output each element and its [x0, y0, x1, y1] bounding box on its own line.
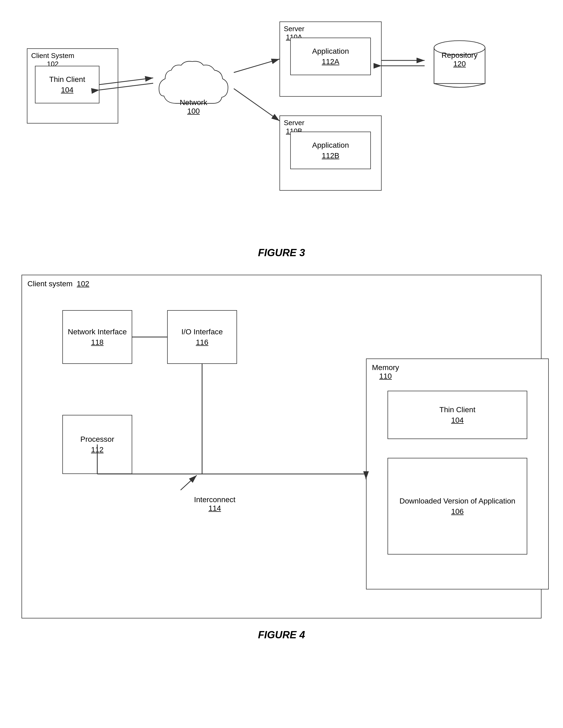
svg-line-7 [234, 89, 279, 121]
figure3-caption: FIGURE 3 [21, 247, 542, 259]
application-a-label: Application 112A [312, 46, 349, 67]
fig4-client-system-label: Client system 102 [27, 280, 89, 288]
memory-label: Memory 110 [372, 363, 399, 381]
svg-line-6 [234, 59, 279, 73]
repository-label: Repository 120 [442, 51, 478, 68]
figure3-diagram: Client System 102 Thin Client 104 Networ… [21, 16, 542, 236]
io-interface-label: I/O Interface 116 [181, 327, 223, 347]
processor-label: Processor 112 [80, 434, 114, 455]
thin-client-label: Thin Client 104 [49, 74, 85, 95]
application-b-box: Application 112B [290, 132, 371, 169]
application-a-box: Application 112A [290, 38, 371, 75]
network-cloud: Network 100 [153, 59, 234, 124]
svg-line-16 [180, 475, 197, 490]
io-interface-box: I/O Interface 116 [167, 310, 237, 364]
network-interface-box: Network Interface 118 [62, 310, 132, 364]
thin-client-box: Thin Client 104 [35, 66, 99, 103]
processor-box: Processor 112 [62, 415, 132, 474]
figure4-caption: FIGURE 4 [21, 629, 542, 641]
repository-shape: Repository 120 [425, 38, 495, 91]
network-label: Network 100 [180, 98, 207, 115]
downloaded-app-label: Downloaded Version of Application 106 [399, 496, 515, 517]
application-b-label: Application 112B [312, 140, 349, 161]
network-interface-label: Network Interface 118 [68, 327, 126, 347]
figure4-diagram: Client system 102 Network Interface 118 … [21, 275, 542, 618]
interconnect-label: Interconnect 114 [194, 495, 235, 513]
thin-client-fig4-label: Thin Client 104 [439, 404, 475, 425]
thin-client-fig4-box: Thin Client 104 [388, 391, 527, 439]
downloaded-app-box: Downloaded Version of Application 106 [388, 458, 527, 555]
